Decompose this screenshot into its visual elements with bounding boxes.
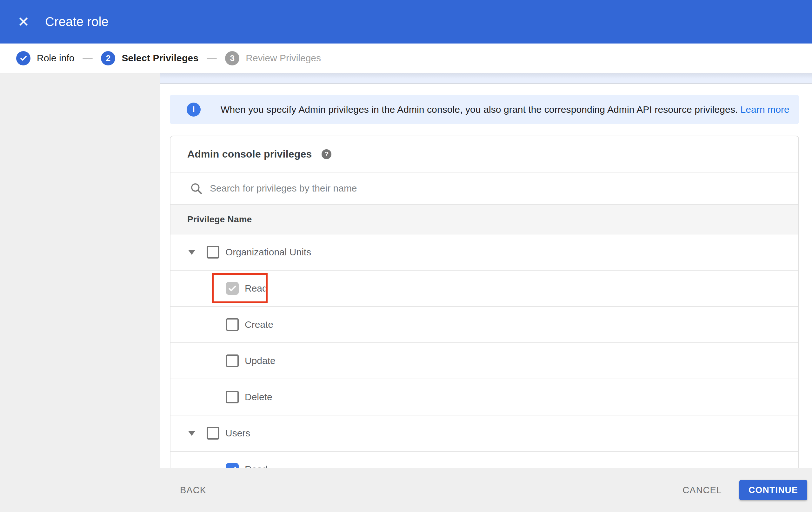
step-number-badge: 2 bbox=[101, 51, 115, 65]
back-button[interactable]: BACK bbox=[180, 485, 206, 495]
privilege-row-update[interactable]: Update bbox=[171, 343, 799, 379]
section-title: Admin console privileges bbox=[187, 148, 312, 160]
step-review-privileges[interactable]: 3 Review Privileges bbox=[225, 51, 321, 65]
column-header-privilege-name: Privilege Name bbox=[187, 214, 252, 224]
cancel-button[interactable]: CANCEL bbox=[683, 485, 722, 495]
privilege-label: Read bbox=[245, 464, 268, 468]
search-row bbox=[171, 172, 799, 204]
close-icon[interactable]: ✕ bbox=[17, 15, 30, 29]
content-pane: i When you specify Admin privileges in t… bbox=[160, 73, 812, 468]
step-label: Select Privileges bbox=[122, 53, 198, 63]
checkbox-create[interactable] bbox=[226, 318, 239, 331]
app-bar: ✕ Create role bbox=[0, 0, 812, 44]
learn-more-link[interactable]: Learn more bbox=[740, 104, 789, 115]
step-connector bbox=[83, 58, 93, 59]
continue-button[interactable]: CONTINUE bbox=[739, 480, 807, 500]
page-title: Create role bbox=[45, 15, 109, 29]
checkbox-delete[interactable] bbox=[226, 391, 239, 403]
privilege-label: Organizational Units bbox=[225, 247, 311, 258]
info-icon: i bbox=[187, 103, 201, 116]
search-input[interactable] bbox=[210, 183, 591, 194]
info-banner-text: When you specify Admin privileges in the… bbox=[221, 104, 789, 115]
step-role-info[interactable]: Role info bbox=[16, 51, 74, 65]
step-number-badge: 3 bbox=[225, 51, 239, 65]
step-connector bbox=[207, 58, 217, 59]
privilege-row-users[interactable]: Users bbox=[171, 415, 799, 452]
checkbox-users-read-checked[interactable] bbox=[226, 463, 239, 468]
content-top-strip bbox=[160, 73, 812, 84]
privilege-label: Delete bbox=[245, 392, 272, 402]
checkbox-users[interactable] bbox=[207, 427, 219, 439]
collapse-arrow-icon[interactable] bbox=[188, 431, 195, 436]
privilege-row-organizational-units[interactable]: Organizational Units bbox=[171, 235, 799, 271]
privilege-label: Users bbox=[225, 428, 250, 439]
checkbox-organizational-units[interactable] bbox=[207, 246, 219, 259]
step-label: Review Privileges bbox=[246, 53, 321, 63]
step-completed-check-icon bbox=[16, 51, 30, 65]
help-icon[interactable]: ? bbox=[322, 149, 331, 159]
privilege-row-delete[interactable]: Delete bbox=[171, 379, 799, 415]
info-banner: i When you specify Admin privileges in t… bbox=[170, 95, 799, 124]
admin-console-privileges-card: Admin console privileges ? Privilege Nam… bbox=[170, 136, 799, 468]
table-header-row: Privilege Name bbox=[171, 204, 799, 235]
body: i When you specify Admin privileges in t… bbox=[0, 73, 812, 468]
info-banner-message: When you specify Admin privileges in the… bbox=[221, 104, 738, 115]
collapse-arrow-icon[interactable] bbox=[188, 250, 195, 255]
checkbox-read-checked[interactable] bbox=[226, 282, 239, 295]
stepper: Role info 2 Select Privileges 3 Review P… bbox=[0, 44, 812, 73]
search-icon bbox=[190, 182, 203, 195]
privilege-label: Update bbox=[245, 355, 276, 366]
privilege-row-read[interactable]: Read bbox=[171, 271, 799, 307]
step-label: Role info bbox=[37, 53, 74, 63]
left-panel bbox=[0, 73, 160, 468]
checkbox-update[interactable] bbox=[226, 354, 239, 367]
step-select-privileges[interactable]: 2 Select Privileges bbox=[101, 51, 198, 65]
card-title-row: Admin console privileges ? bbox=[171, 136, 799, 172]
privilege-row-create[interactable]: Create bbox=[171, 307, 799, 343]
footer-bar: BACK CANCEL CONTINUE bbox=[0, 468, 812, 512]
privilege-label: Read bbox=[245, 283, 268, 294]
privilege-label: Create bbox=[245, 319, 273, 330]
privilege-row-users-read[interactable]: Read bbox=[171, 452, 799, 468]
